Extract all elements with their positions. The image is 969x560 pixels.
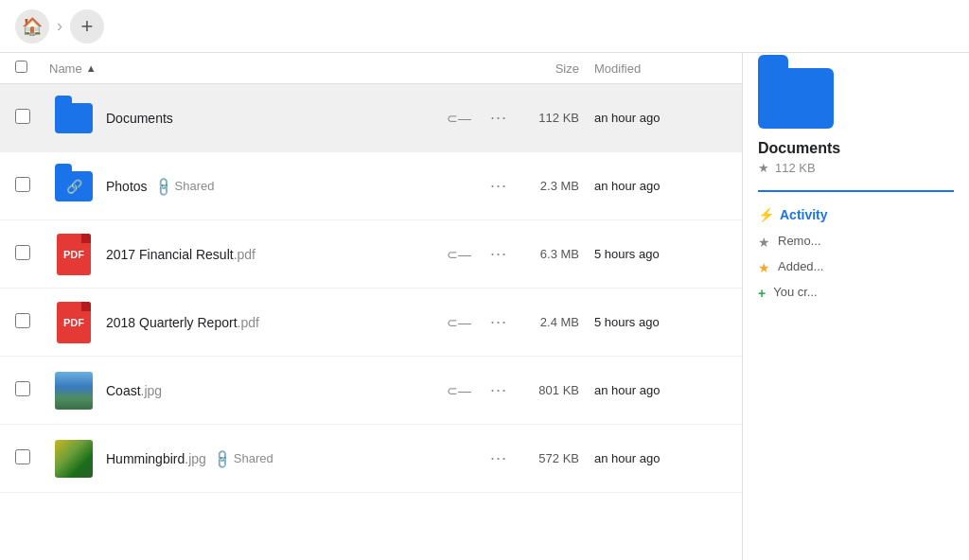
share-button[interactable]: ⊂— bbox=[443, 311, 475, 334]
bolt-icon: ⚡ bbox=[758, 207, 774, 222]
file-name-area: 2018 Quarterly Report.pdf bbox=[98, 315, 443, 330]
coast-thumbnail bbox=[55, 372, 93, 410]
row-checkbox-financial[interactable] bbox=[15, 245, 49, 264]
share-button[interactable]: ⊂— bbox=[443, 379, 475, 402]
file-name: Coast.jpg bbox=[106, 383, 162, 398]
activity-star-icon: ★ bbox=[758, 235, 770, 250]
select-all-checkbox[interactable] bbox=[15, 61, 27, 73]
sort-arrow-icon: ▲ bbox=[86, 62, 97, 74]
file-size: 572 KB bbox=[519, 451, 594, 465]
row-checkbox-coast[interactable] bbox=[15, 381, 49, 400]
activity-label: Activity bbox=[780, 207, 828, 222]
row-actions: ··· bbox=[486, 172, 511, 200]
panel-meta: ★ 112 KB bbox=[758, 161, 954, 175]
table-row[interactable]: Documents ⊂— ··· 112 KB an hour ago bbox=[0, 84, 742, 152]
folder-icon bbox=[55, 103, 93, 133]
file-name-area: Documents bbox=[98, 111, 443, 126]
file-size: 2.4 MB bbox=[519, 315, 594, 329]
topbar: 🏠 › + bbox=[0, 0, 969, 53]
more-options-button[interactable]: ··· bbox=[486, 308, 511, 336]
file-modified: an hour ago bbox=[594, 451, 727, 465]
table-row[interactable]: PDF 2017 Financial Result.pdf ⊂— ··· 6.3… bbox=[0, 220, 742, 289]
file-modified: 5 hours ago bbox=[594, 315, 727, 329]
more-options-button[interactable]: ··· bbox=[486, 445, 511, 472]
panel-folder-icon bbox=[758, 68, 834, 129]
more-options-button[interactable]: ··· bbox=[486, 240, 511, 268]
file-icon-coast bbox=[49, 372, 98, 410]
add-button[interactable]: + bbox=[70, 9, 104, 44]
shared-badge: 🔗 Shared bbox=[214, 451, 273, 466]
column-headers: Name ▲ Size Modified bbox=[0, 53, 742, 84]
file-name: Documents bbox=[106, 111, 173, 126]
file-size: 2.3 MB bbox=[519, 179, 594, 193]
share-button[interactable]: ⊂— bbox=[443, 107, 475, 130]
file-size: 801 KB bbox=[519, 383, 594, 397]
shared-label: Shared bbox=[234, 451, 273, 465]
activity-item: ★ Added... bbox=[758, 259, 954, 275]
file-name: 2017 Financial Result.pdf bbox=[106, 247, 255, 262]
table-row[interactable]: Hummingbird.jpg 🔗 Shared ··· 572 KB an h… bbox=[0, 425, 742, 493]
table-row[interactable]: PDF 2018 Quarterly Report.pdf ⊂— ··· 2.4… bbox=[0, 289, 742, 357]
file-name-area: Coast.jpg bbox=[98, 383, 443, 398]
activity-plus-icon: + bbox=[758, 286, 766, 301]
file-size: 6.3 MB bbox=[519, 247, 594, 261]
file-icon-hummingbird bbox=[49, 440, 98, 478]
panel-divider bbox=[758, 190, 954, 192]
table-row[interactable]: 🔗 Photos 🔗 Shared ··· 2.3 MB an hour ago bbox=[0, 152, 742, 220]
pdf-icon: PDF bbox=[57, 302, 91, 343]
add-icon: + bbox=[81, 14, 94, 39]
activity-text: You cr... bbox=[773, 285, 818, 299]
file-name: 2018 Quarterly Report.pdf bbox=[106, 315, 259, 330]
breadcrumb-separator: › bbox=[57, 16, 62, 36]
row-checkbox-documents[interactable] bbox=[15, 109, 49, 128]
row-actions: ⊂— ··· bbox=[443, 308, 511, 336]
activity-text: Remo... bbox=[778, 234, 821, 248]
more-options-button[interactable]: ··· bbox=[486, 376, 511, 404]
file-name-area: 2017 Financial Result.pdf bbox=[98, 247, 443, 262]
row-checkbox-photos[interactable] bbox=[15, 177, 49, 196]
row-actions: ⊂— ··· bbox=[443, 376, 511, 404]
link-badge-icon: 🔗 bbox=[211, 447, 233, 469]
detail-panel: Documents ★ 112 KB ⚡ Activity ★ Remo... … bbox=[742, 53, 969, 560]
header-modified: Modified bbox=[594, 61, 727, 76]
activity-star-yellow-icon: ★ bbox=[758, 260, 770, 275]
file-name: Photos bbox=[106, 179, 148, 194]
hummingbird-thumbnail bbox=[55, 440, 93, 478]
activity-section-title: ⚡ Activity bbox=[758, 207, 954, 222]
file-icon-financial: PDF bbox=[49, 234, 98, 275]
file-modified: an hour ago bbox=[594, 383, 727, 397]
file-name-area: Hummingbird.jpg 🔗 Shared bbox=[98, 451, 486, 466]
row-actions: ⊂— ··· bbox=[443, 104, 511, 131]
header-checkbox-col bbox=[15, 61, 49, 76]
header-size: Size bbox=[519, 61, 594, 76]
pdf-icon: PDF bbox=[57, 234, 91, 275]
file-size: 112 KB bbox=[519, 111, 594, 125]
row-checkbox-hummingbird[interactable] bbox=[15, 449, 49, 468]
share-button[interactable]: ⊂— bbox=[443, 243, 475, 266]
header-name[interactable]: Name ▲ bbox=[49, 61, 519, 76]
file-modified: an hour ago bbox=[594, 111, 727, 125]
row-actions: ⊂— ··· bbox=[443, 240, 511, 268]
more-options-button[interactable]: ··· bbox=[486, 104, 511, 131]
row-checkbox-quarterly[interactable] bbox=[15, 313, 49, 332]
table-row[interactable]: Coast.jpg ⊂— ··· 801 KB an hour ago bbox=[0, 357, 742, 425]
shared-label: Shared bbox=[175, 179, 215, 193]
shared-badge: 🔗 Shared bbox=[155, 179, 215, 194]
home-button[interactable]: 🏠 bbox=[15, 9, 49, 44]
name-column-label: Name bbox=[49, 61, 82, 76]
file-modified: 5 hours ago bbox=[594, 247, 727, 261]
link-symbol-icon: 🔗 bbox=[66, 179, 82, 194]
file-list: Name ▲ Size Modified Documents ⊂— bbox=[0, 53, 742, 560]
file-name-area: Photos 🔗 Shared bbox=[98, 179, 486, 194]
file-modified: an hour ago bbox=[594, 179, 727, 193]
file-icon-quarterly: PDF bbox=[49, 302, 98, 343]
shared-folder-icon: 🔗 bbox=[55, 171, 93, 201]
more-options-button[interactable]: ··· bbox=[486, 172, 511, 200]
star-icon: ★ bbox=[758, 161, 769, 175]
panel-size: 112 KB bbox=[775, 161, 816, 175]
activity-item: ★ Remo... bbox=[758, 234, 954, 250]
home-icon: 🏠 bbox=[22, 16, 43, 37]
file-icon-documents bbox=[49, 103, 98, 133]
activity-text: Added... bbox=[778, 259, 823, 273]
main-area: Name ▲ Size Modified Documents ⊂— bbox=[0, 53, 969, 560]
